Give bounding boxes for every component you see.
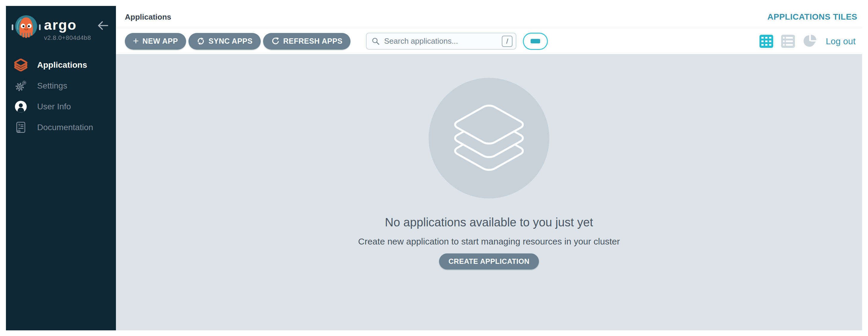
sidebar: argo v2.8.0+804d4b8 xyxy=(6,6,116,330)
page-title: APPLICATIONS TILES xyxy=(768,12,858,22)
gears-icon xyxy=(14,79,28,93)
plus-icon: + xyxy=(133,36,139,46)
brand-version: v2.8.0+804d4b8 xyxy=(44,34,91,41)
sidebar-item-user-info[interactable]: User Info xyxy=(6,96,116,117)
refresh-apps-button[interactable]: REFRESH APPS xyxy=(263,33,351,49)
view-switcher xyxy=(759,34,817,48)
refresh-apps-button-label: REFRESH APPS xyxy=(283,37,343,45)
brand-block: argo v2.8.0+804d4b8 xyxy=(44,14,91,41)
user-icon xyxy=(14,100,28,113)
toolbar: + NEW APP SYNC APPS xyxy=(116,28,862,54)
empty-state-subtitle: Create new application to start managing… xyxy=(358,236,620,246)
content-column: Applications APPLICATIONS TILES + NEW AP… xyxy=(116,6,862,330)
top-bar: Applications APPLICATIONS TILES xyxy=(116,6,862,28)
sidebar-collapse-button[interactable] xyxy=(96,20,110,31)
sync-icon xyxy=(196,37,205,45)
sync-apps-button-label: SYNC APPS xyxy=(209,37,253,45)
sidebar-item-label: Settings xyxy=(37,81,67,91)
summary-pie-chart-view-icon[interactable] xyxy=(803,34,817,48)
new-app-button[interactable]: + NEW APP xyxy=(125,33,186,49)
sync-apps-button[interactable]: SYNC APPS xyxy=(188,33,261,49)
search-icon xyxy=(372,37,380,45)
logo-row: argo v2.8.0+804d4b8 xyxy=(6,6,116,47)
documentation-book-icon: ? xyxy=(14,121,28,134)
keyboard-shortcut-badge: / xyxy=(502,36,513,47)
sidebar-item-settings[interactable]: Settings xyxy=(6,75,116,96)
empty-state-title: No applications available to you just ye… xyxy=(385,216,593,229)
sidebar-item-documentation[interactable]: ? Documentation xyxy=(6,117,116,138)
left-arrow-icon xyxy=(96,20,110,31)
sidebar-nav: Applications Settings xyxy=(6,55,116,138)
empty-state-circle xyxy=(429,78,549,198)
tiles-view-icon[interactable] xyxy=(759,34,773,48)
sidebar-item-label: User Info xyxy=(37,102,71,111)
svg-text:?: ? xyxy=(18,123,20,128)
stacked-layers-icon xyxy=(14,58,28,72)
toggle-knob-icon xyxy=(531,39,540,43)
search-input[interactable] xyxy=(384,37,502,46)
create-application-button[interactable]: CREATE APPLICATION xyxy=(439,254,539,269)
sidebar-item-applications[interactable]: Applications xyxy=(6,55,116,75)
stacked-layers-icon xyxy=(449,98,529,178)
logout-link[interactable]: Log out xyxy=(826,36,857,46)
new-app-button-label: NEW APP xyxy=(143,37,178,45)
search-box: / xyxy=(366,33,516,49)
argo-octopus-logo-icon xyxy=(11,14,41,40)
applications-empty-state: No applications available to you just ye… xyxy=(116,54,862,330)
breadcrumb[interactable]: Applications xyxy=(125,12,171,22)
sidebar-item-label: Documentation xyxy=(37,123,93,132)
list-view-icon[interactable] xyxy=(781,34,795,48)
argo-cd-app: argo v2.8.0+804d4b8 xyxy=(6,6,862,330)
refresh-icon xyxy=(271,37,280,45)
sidebar-item-label: Applications xyxy=(37,60,87,70)
favorites-filter-toggle[interactable] xyxy=(523,33,548,50)
brand-name: argo xyxy=(44,18,91,32)
